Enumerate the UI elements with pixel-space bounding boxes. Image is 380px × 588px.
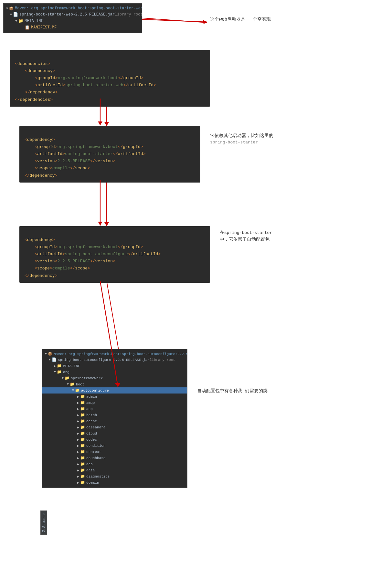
tree-item-cache[interactable]: ▶ 📁 cache: [42, 418, 187, 424]
svg-marker-3: [104, 122, 109, 126]
sidebar-tab-label: Z: Structure: [42, 513, 46, 532]
tree-item-maven[interactable]: ▼ 📦 Maven: org.springframework.boot:spri…: [4, 5, 142, 11]
condition-label: condition: [86, 444, 105, 448]
jar-extra-bottom: library root: [150, 358, 175, 362]
tree-item-batch[interactable]: ▶ 📁 batch: [42, 412, 187, 418]
svg-marker-1: [204, 20, 207, 24]
folder-icon-boot: 📁: [70, 382, 75, 387]
tree-item-domain[interactable]: ▶ 📁 domain: [42, 479, 187, 486]
tree-item-context[interactable]: ▶ 📁 context: [42, 449, 187, 455]
tree-item-amqp[interactable]: ▶ 📁 amqp: [42, 400, 187, 406]
folder-icon-condition: 📁: [80, 443, 85, 448]
jar-icon: 📄: [13, 12, 18, 17]
code-block-2: <dependency> <groupId>org.springframewor…: [19, 126, 200, 183]
svg-line-8: [142, 19, 207, 22]
context-label: context: [86, 450, 101, 454]
tree-item-aop[interactable]: ▶ 📁 aop: [42, 406, 187, 412]
tree-item-dao[interactable]: ▶ 📁 dao: [42, 461, 187, 467]
tree-arrow-jar-bottom: ▼: [49, 358, 51, 362]
admin-label: admin: [86, 395, 97, 399]
tree-arrow-org: ▼: [54, 370, 56, 374]
metainf-label: META-INF: [25, 19, 43, 23]
tree-item-maven-bottom[interactable]: ▼ 📦 Maven: org.springframework.boot:spri…: [42, 351, 187, 357]
manifest-label: MANIFEST.MF: [31, 25, 57, 30]
jar-icon-bottom: 📄: [52, 357, 57, 362]
folder-icon-codec: 📁: [80, 437, 85, 442]
tree-item-jar[interactable]: ▼ 📄 spring-boot-starter-web-2.2.5.RELEAS…: [4, 11, 142, 18]
folder-icon: 📁: [18, 18, 23, 24]
cache-label: cache: [86, 419, 97, 423]
folder-icon-metainf: 📁: [57, 363, 62, 368]
folder-icon-domain: 📁: [80, 480, 85, 485]
annotation-depends-on: 它依赖其他启动器，比如这里的 spring-boot-starter: [210, 132, 273, 146]
tree-arrow-autoconfigure: ▼: [72, 389, 74, 392]
code-block-3: <dependency> <groupId>org.springframewor…: [19, 226, 210, 283]
tree-item-metainf-bottom[interactable]: ▶ 📁 META-INF: [42, 363, 187, 369]
svg-line-0: [139, 18, 207, 23]
batch-label: batch: [86, 413, 97, 417]
tree-arrow-jar: ▼: [10, 13, 12, 16]
tree-item-org[interactable]: ▼ 📁 org: [42, 369, 187, 375]
tree-arrow-maven-bottom: ▼: [45, 352, 47, 356]
tree-item-diagnostics[interactable]: ▶ 📁 diagnostics: [42, 473, 187, 479]
folder-icon-springframework: 📁: [65, 376, 69, 381]
tree-item-cassandra[interactable]: ▶ 📁 cassandra: [42, 424, 187, 430]
tree-item-condition[interactable]: ▶ 📁 condition: [42, 443, 187, 449]
svg-marker-11: [98, 121, 102, 125]
folder-icon-autoconfigure: 📁: [75, 388, 80, 393]
folder-icon-cache: 📁: [80, 419, 85, 424]
tree-item-manifest[interactable]: 📋 MANIFEST.MF: [4, 24, 142, 31]
tree-item-autoconfigure[interactable]: ▼ 📁 autoconfigure: [42, 387, 187, 394]
annotation-web-starter: 这个web启动器是一 个空实现: [210, 16, 271, 23]
tree-item-springframework[interactable]: ▼ 📁 springframework: [42, 375, 187, 381]
svg-marker-9: [203, 20, 207, 24]
tree-arrow-metainf: ▼: [15, 19, 17, 23]
folder-icon-couchbase: 📁: [80, 456, 85, 460]
tree-item-admin[interactable]: ▶ 📁 admin: [42, 394, 187, 400]
folder-icon-cassandra: 📁: [80, 425, 85, 430]
sidebar-tab-structure[interactable]: Z: Structure: [40, 510, 47, 535]
maven-label: Maven: org.springframework.boot:spring-b…: [15, 6, 142, 11]
maven-label-bottom: Maven: org.springframework.boot:spring-b…: [54, 352, 187, 356]
folder-icon-cloud: 📁: [80, 431, 85, 436]
metainf-bottom-label: META-INF: [63, 364, 80, 368]
maven-icon: 📦: [9, 6, 14, 11]
tree-item-jar-bottom[interactable]: ▼ 📄 spring-boot-autoconfigure-2.2.5.RELE…: [42, 357, 187, 363]
springframework-label: springframework: [71, 376, 103, 380]
jar-extra: library root: [115, 12, 142, 17]
amqp-label: amqp: [86, 401, 95, 405]
maven-icon-bottom: 📦: [48, 352, 52, 356]
tree-item-couchbase[interactable]: ▶ 📁 couchbase: [42, 455, 187, 461]
autoconfigure-label: autoconfigure: [81, 389, 109, 393]
domain-label: domain: [86, 481, 99, 485]
code-block-1: <dependencies> <dependency> <groupId>org…: [10, 50, 210, 107]
org-label: org: [63, 370, 69, 374]
tree-arrow: ▼: [6, 7, 8, 10]
svg-line-6: [107, 281, 120, 355]
cassandra-label: cassandra: [86, 425, 105, 429]
tree-item-codec[interactable]: ▶ 📁 codec: [42, 436, 187, 443]
tree-arrow-metainf-bottom: ▶: [54, 364, 56, 368]
folder-icon-dao: 📁: [80, 462, 85, 467]
tree-item-cloud[interactable]: ▶ 📁 cloud: [42, 430, 187, 436]
jar-label-bottom: spring-boot-autoconfigure-2.2.5.RELEASE.…: [58, 358, 150, 362]
cloud-label: cloud: [86, 432, 97, 436]
folder-icon-diagnostics: 📁: [80, 474, 85, 479]
tree-item-boot[interactable]: ▼ 📁 boot: [42, 381, 187, 387]
svg-marker-5: [104, 222, 109, 226]
file-tree-bottom: ▼ 📦 Maven: org.springframework.boot:spri…: [42, 349, 187, 488]
aop-label: aop: [86, 407, 93, 411]
folder-icon-batch: 📁: [80, 413, 85, 417]
jar-label: spring-boot-starter-web-2.2.5.RELEASE.ja…: [19, 12, 115, 17]
file-icon: 📋: [25, 25, 30, 30]
tree-item-metainf[interactable]: ▼ 📁 META-INF: [4, 18, 142, 24]
svg-marker-13: [98, 222, 102, 226]
annotation-autoconfig-classes: 自动配置包中有各种我 们需要的类: [197, 388, 268, 394]
folder-icon-context: 📁: [80, 449, 85, 454]
folder-icon-admin: 📁: [80, 394, 85, 399]
couchbase-label: couchbase: [86, 456, 105, 460]
page-container: ▼ 📦 Maven: org.springframework.boot:spri…: [0, 0, 380, 588]
tree-item-data[interactable]: ▶ 📁 data: [42, 467, 187, 473]
tree-arrow-boot: ▼: [67, 383, 69, 386]
dao-label: dao: [86, 462, 93, 466]
